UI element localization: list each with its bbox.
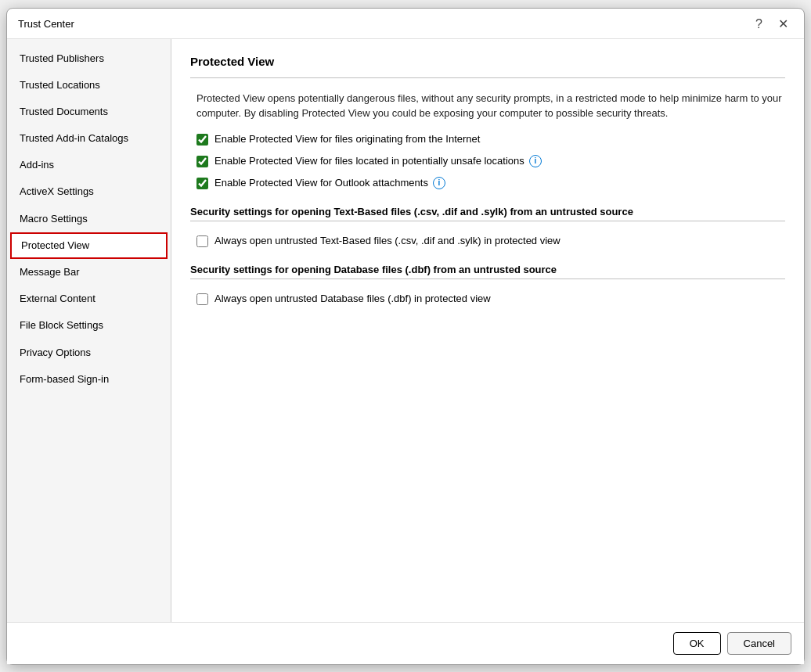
info-icon-unsafe-locations[interactable]: i xyxy=(529,155,542,167)
dialog-body: Trusted PublishersTrusted LocationsTrust… xyxy=(7,39,804,622)
checkbox-internet[interactable] xyxy=(196,134,208,146)
cancel-button[interactable]: Cancel xyxy=(727,632,791,655)
text-based-section-header: Security settings for opening Text-Based… xyxy=(190,206,785,217)
checkbox-internet-label: Enable Protected View for files originat… xyxy=(214,132,480,146)
checkbox-text-based-label: Always open untrusted Text-Based files (… xyxy=(214,234,560,248)
trust-center-dialog: Trust Center ? ✕ Trusted PublishersTrust… xyxy=(6,8,805,665)
footer: OK Cancel xyxy=(7,622,804,664)
sidebar-item-protected-view[interactable]: Protected View xyxy=(10,232,168,259)
checkbox-outlook-label: Enable Protected View for Outlook attach… xyxy=(214,176,445,190)
dialog-title: Trust Center xyxy=(18,18,74,30)
checkbox-row-internet: Enable Protected View for files originat… xyxy=(190,132,785,146)
checkbox-unsafe-locations[interactable] xyxy=(196,156,208,167)
checkbox-row-outlook: Enable Protected View for Outlook attach… xyxy=(190,176,785,190)
sidebar: Trusted PublishersTrusted LocationsTrust… xyxy=(7,39,171,622)
sidebar-item-trusted-publishers[interactable]: Trusted Publishers xyxy=(7,45,171,72)
sidebar-item-message-bar[interactable]: Message Bar xyxy=(7,259,171,286)
sidebar-item-privacy-options[interactable]: Privacy Options xyxy=(7,340,171,366)
help-button[interactable]: ? xyxy=(751,16,767,32)
close-button[interactable]: ✕ xyxy=(773,16,793,32)
checkbox-unsafe-locations-label: Enable Protected View for files located … xyxy=(214,154,542,168)
sidebar-item-add-ins[interactable]: Add-ins xyxy=(7,152,171,178)
sidebar-item-macro-settings[interactable]: Macro Settings xyxy=(7,206,171,232)
main-content: Protected View Protected View opens pote… xyxy=(171,39,804,622)
checkbox-row-unsafe-locations: Enable Protected View for files located … xyxy=(190,154,785,168)
section-divider xyxy=(190,77,785,78)
description-text: Protected View opens potentially dangero… xyxy=(190,91,785,121)
database-section-header: Security settings for opening Database f… xyxy=(190,264,785,275)
sidebar-item-external-content[interactable]: External Content xyxy=(7,286,171,312)
sidebar-item-trusted-documents[interactable]: Trusted Documents xyxy=(7,99,171,125)
title-bar-controls: ? ✕ xyxy=(751,16,793,32)
text-based-divider xyxy=(190,221,785,221)
sidebar-item-file-block-settings[interactable]: File Block Settings xyxy=(7,312,171,339)
checkbox-row-database: Always open untrusted Database files (.d… xyxy=(190,292,785,306)
checkbox-database-label: Always open untrusted Database files (.d… xyxy=(214,292,491,306)
info-icon-outlook[interactable]: i xyxy=(433,177,445,189)
sidebar-item-form-based-sign-in[interactable]: Form-based Sign-in xyxy=(7,366,171,393)
sidebar-item-trusted-add-in-catalogs[interactable]: Trusted Add-in Catalogs xyxy=(7,125,171,152)
sidebar-item-activex-settings[interactable]: ActiveX Settings xyxy=(7,178,171,205)
checkbox-outlook[interactable] xyxy=(196,178,208,189)
section-title: Protected View xyxy=(190,55,785,68)
ok-button[interactable]: OK xyxy=(673,632,721,655)
checkbox-row-text-based: Always open untrusted Text-Based files (… xyxy=(190,234,785,248)
checkbox-text-based[interactable] xyxy=(196,235,208,247)
title-bar: Trust Center ? ✕ xyxy=(7,9,804,39)
database-divider xyxy=(190,279,785,279)
checkbox-database[interactable] xyxy=(196,293,208,305)
sidebar-item-trusted-locations[interactable]: Trusted Locations xyxy=(7,72,171,99)
